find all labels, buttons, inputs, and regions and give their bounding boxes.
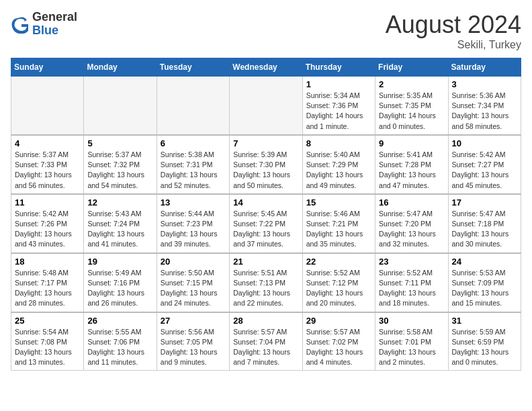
day-info: Sunrise: 5:59 AMSunset: 6:59 PMDaylight:…	[452, 327, 517, 368]
table-row: 12Sunrise: 5:43 AMSunset: 7:24 PMDayligh…	[84, 194, 157, 253]
day-number: 21	[233, 257, 298, 267]
day-number: 30	[379, 316, 444, 326]
day-number: 15	[306, 197, 371, 208]
table-row: 14Sunrise: 5:45 AMSunset: 7:22 PMDayligh…	[230, 194, 302, 253]
day-info: Sunrise: 5:46 AMSunset: 7:21 PMDaylight:…	[306, 209, 371, 250]
day-number: 25	[15, 316, 80, 326]
table-row: 4Sunrise: 5:37 AMSunset: 7:33 PMDaylight…	[11, 135, 84, 194]
calendar-week-row: 1Sunrise: 5:34 AMSunset: 7:36 PMDaylight…	[11, 77, 521, 135]
day-info: Sunrise: 5:53 AMSunset: 7:09 PMDaylight:…	[452, 268, 517, 309]
table-row: 28Sunrise: 5:57 AMSunset: 7:04 PMDayligh…	[230, 312, 302, 371]
day-number: 13	[161, 197, 226, 208]
day-info: Sunrise: 5:38 AMSunset: 7:31 PMDaylight:…	[161, 150, 226, 191]
day-info: Sunrise: 5:36 AMSunset: 7:34 PMDaylight:…	[452, 91, 517, 132]
day-number: 29	[306, 316, 371, 326]
day-number: 1	[306, 79, 371, 89]
day-number: 26	[87, 316, 152, 326]
table-row: 10Sunrise: 5:42 AMSunset: 7:27 PMDayligh…	[448, 135, 521, 194]
table-row	[230, 77, 302, 135]
day-info: Sunrise: 5:43 AMSunset: 7:24 PMDaylight:…	[87, 209, 152, 250]
day-number: 24	[452, 257, 517, 267]
day-info: Sunrise: 5:52 AMSunset: 7:11 PMDaylight:…	[379, 268, 444, 309]
calendar-week-row: 4Sunrise: 5:37 AMSunset: 7:33 PMDaylight…	[11, 135, 521, 194]
logo-text: General Blue	[32, 11, 77, 38]
table-row: 13Sunrise: 5:44 AMSunset: 7:23 PMDayligh…	[157, 194, 229, 253]
calendar-header-row: Sunday Monday Tuesday Wednesday Thursday…	[11, 58, 521, 77]
day-number: 19	[87, 257, 152, 267]
day-number: 16	[379, 197, 444, 208]
day-info: Sunrise: 5:50 AMSunset: 7:15 PMDaylight:…	[161, 268, 226, 309]
day-number: 27	[161, 316, 226, 326]
table-row: 11Sunrise: 5:42 AMSunset: 7:26 PMDayligh…	[11, 194, 84, 253]
day-number: 5	[87, 138, 152, 148]
col-monday: Monday	[84, 58, 157, 77]
day-info: Sunrise: 5:44 AMSunset: 7:23 PMDaylight:…	[161, 209, 226, 250]
day-number: 7	[233, 138, 298, 148]
day-info: Sunrise: 5:47 AMSunset: 7:20 PMDaylight:…	[379, 209, 444, 250]
day-info: Sunrise: 5:45 AMSunset: 7:22 PMDaylight:…	[233, 209, 298, 250]
table-row: 25Sunrise: 5:54 AMSunset: 7:08 PMDayligh…	[11, 312, 84, 371]
day-info: Sunrise: 5:55 AMSunset: 7:06 PMDaylight:…	[87, 327, 152, 368]
table-row: 24Sunrise: 5:53 AMSunset: 7:09 PMDayligh…	[448, 253, 521, 312]
col-thursday: Thursday	[302, 58, 375, 77]
day-number: 23	[379, 257, 444, 267]
day-info: Sunrise: 5:57 AMSunset: 7:02 PMDaylight:…	[306, 327, 371, 368]
calendar-week-row: 11Sunrise: 5:42 AMSunset: 7:26 PMDayligh…	[11, 194, 521, 253]
table-row: 15Sunrise: 5:46 AMSunset: 7:21 PMDayligh…	[302, 194, 375, 253]
day-info: Sunrise: 5:34 AMSunset: 7:36 PMDaylight:…	[306, 91, 371, 132]
day-number: 12	[87, 197, 152, 208]
day-number: 14	[233, 197, 298, 208]
day-info: Sunrise: 5:48 AMSunset: 7:17 PMDaylight:…	[15, 268, 80, 309]
table-row: 22Sunrise: 5:52 AMSunset: 7:12 PMDayligh…	[302, 253, 375, 312]
table-row: 7Sunrise: 5:39 AMSunset: 7:30 PMDaylight…	[230, 135, 302, 194]
table-row: 23Sunrise: 5:52 AMSunset: 7:11 PMDayligh…	[375, 253, 448, 312]
col-tuesday: Tuesday	[157, 58, 229, 77]
day-number: 11	[15, 197, 80, 208]
table-row: 29Sunrise: 5:57 AMSunset: 7:02 PMDayligh…	[302, 312, 375, 371]
table-row: 3Sunrise: 5:36 AMSunset: 7:34 PMDaylight…	[448, 77, 521, 135]
day-info: Sunrise: 5:57 AMSunset: 7:04 PMDaylight:…	[233, 327, 298, 368]
table-row: 26Sunrise: 5:55 AMSunset: 7:06 PMDayligh…	[84, 312, 157, 371]
table-row: 9Sunrise: 5:41 AMSunset: 7:28 PMDaylight…	[375, 135, 448, 194]
day-info: Sunrise: 5:39 AMSunset: 7:30 PMDaylight:…	[233, 150, 298, 191]
title-area: August 2024 Sekili, Turkey	[386, 11, 521, 51]
day-number: 6	[161, 138, 226, 148]
header: General Blue August 2024 Sekili, Turkey	[11, 11, 521, 51]
day-number: 10	[452, 138, 517, 148]
logo-icon	[11, 15, 30, 34]
table-row: 31Sunrise: 5:59 AMSunset: 6:59 PMDayligh…	[448, 312, 521, 371]
day-info: Sunrise: 5:37 AMSunset: 7:33 PMDaylight:…	[15, 150, 80, 191]
table-row	[84, 77, 157, 135]
day-info: Sunrise: 5:42 AMSunset: 7:26 PMDaylight:…	[15, 209, 80, 250]
day-info: Sunrise: 5:37 AMSunset: 7:32 PMDaylight:…	[87, 150, 152, 191]
logo-blue-text: Blue	[32, 24, 77, 38]
day-info: Sunrise: 5:40 AMSunset: 7:29 PMDaylight:…	[306, 150, 371, 191]
table-row: 21Sunrise: 5:51 AMSunset: 7:13 PMDayligh…	[230, 253, 302, 312]
table-row: 19Sunrise: 5:49 AMSunset: 7:16 PMDayligh…	[84, 253, 157, 312]
day-info: Sunrise: 5:42 AMSunset: 7:27 PMDaylight:…	[452, 150, 517, 191]
day-number: 31	[452, 316, 517, 326]
day-number: 22	[306, 257, 371, 267]
day-number: 3	[452, 79, 517, 89]
table-row: 8Sunrise: 5:40 AMSunset: 7:29 PMDaylight…	[302, 135, 375, 194]
logo: General Blue	[11, 11, 77, 38]
day-info: Sunrise: 5:52 AMSunset: 7:12 PMDaylight:…	[306, 268, 371, 309]
day-info: Sunrise: 5:58 AMSunset: 7:01 PMDaylight:…	[379, 327, 444, 368]
col-wednesday: Wednesday	[230, 58, 302, 77]
month-year: August 2024	[386, 11, 521, 39]
calendar-week-row: 25Sunrise: 5:54 AMSunset: 7:08 PMDayligh…	[11, 312, 521, 371]
day-info: Sunrise: 5:41 AMSunset: 7:28 PMDaylight:…	[379, 150, 444, 191]
table-row: 18Sunrise: 5:48 AMSunset: 7:17 PMDayligh…	[11, 253, 84, 312]
day-number: 18	[15, 257, 80, 267]
day-number: 17	[452, 197, 517, 208]
day-info: Sunrise: 5:54 AMSunset: 7:08 PMDaylight:…	[15, 327, 80, 368]
table-row: 2Sunrise: 5:35 AMSunset: 7:35 PMDaylight…	[375, 77, 448, 135]
day-info: Sunrise: 5:47 AMSunset: 7:18 PMDaylight:…	[452, 209, 517, 250]
table-row: 27Sunrise: 5:56 AMSunset: 7:05 PMDayligh…	[157, 312, 229, 371]
day-info: Sunrise: 5:51 AMSunset: 7:13 PMDaylight:…	[233, 268, 298, 309]
table-row: 5Sunrise: 5:37 AMSunset: 7:32 PMDaylight…	[84, 135, 157, 194]
day-info: Sunrise: 5:35 AMSunset: 7:35 PMDaylight:…	[379, 91, 444, 132]
col-saturday: Saturday	[448, 58, 521, 77]
day-number: 2	[379, 79, 444, 89]
table-row: 30Sunrise: 5:58 AMSunset: 7:01 PMDayligh…	[375, 312, 448, 371]
